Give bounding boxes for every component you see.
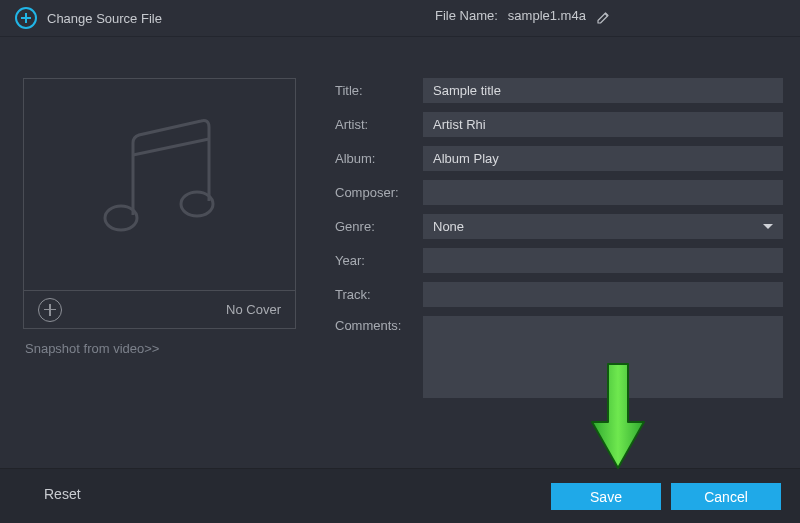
no-cover-label: No Cover (226, 302, 281, 317)
row-album: Album: (335, 146, 783, 171)
title-input[interactable] (423, 78, 783, 103)
row-year: Year: (335, 248, 783, 273)
year-input[interactable] (423, 248, 783, 273)
row-composer: Composer: (335, 180, 783, 205)
row-track: Track: (335, 282, 783, 307)
composer-label: Composer: (335, 185, 423, 200)
cover-art-preview (23, 78, 296, 291)
snapshot-from-video-link[interactable]: Snapshot from video>> (23, 341, 296, 356)
change-source-file-label: Change Source File (47, 11, 162, 26)
header-bar: Change Source File File Name: sample1.m4… (0, 0, 800, 36)
chevron-down-icon (763, 224, 773, 229)
row-title: Title: (335, 78, 783, 103)
svg-point-1 (181, 192, 213, 216)
cancel-button[interactable]: Cancel (671, 483, 781, 510)
row-comments: Comments: (335, 316, 783, 398)
file-name-value: sample1.m4a (508, 8, 586, 23)
artist-label: Artist: (335, 117, 423, 132)
track-label: Track: (335, 287, 423, 302)
add-cover-button[interactable] (38, 298, 62, 322)
album-input[interactable] (423, 146, 783, 171)
reset-button[interactable]: Reset (44, 486, 81, 502)
genre-label: Genre: (335, 219, 423, 234)
file-name-group: File Name: sample1.m4a (435, 8, 610, 23)
comments-input[interactable] (423, 316, 783, 398)
cover-art-toolbar: No Cover (23, 291, 296, 329)
edit-file-name-button[interactable] (596, 9, 610, 23)
title-label: Title: (335, 83, 423, 98)
plus-circle-icon (15, 7, 37, 29)
svg-point-0 (105, 206, 137, 230)
artist-input[interactable] (423, 112, 783, 137)
file-name-label: File Name: (435, 8, 498, 23)
cover-art-panel: No Cover Snapshot from video>> (23, 78, 296, 356)
composer-input[interactable] (423, 180, 783, 205)
music-note-icon (85, 115, 235, 255)
genre-value: None (433, 219, 464, 234)
album-label: Album: (335, 151, 423, 166)
row-genre: Genre: None (335, 214, 783, 239)
footer-bar: Reset Save Cancel (0, 469, 800, 523)
header-divider (0, 36, 800, 37)
genre-select[interactable]: None (423, 214, 783, 239)
metadata-form: Title: Artist: Album: Composer: Genre: N… (335, 78, 783, 407)
track-input[interactable] (423, 282, 783, 307)
change-source-file-button[interactable]: Change Source File (15, 7, 162, 29)
row-artist: Artist: (335, 112, 783, 137)
save-button[interactable]: Save (551, 483, 661, 510)
comments-label: Comments: (335, 316, 423, 333)
year-label: Year: (335, 253, 423, 268)
pencil-icon (596, 9, 612, 25)
